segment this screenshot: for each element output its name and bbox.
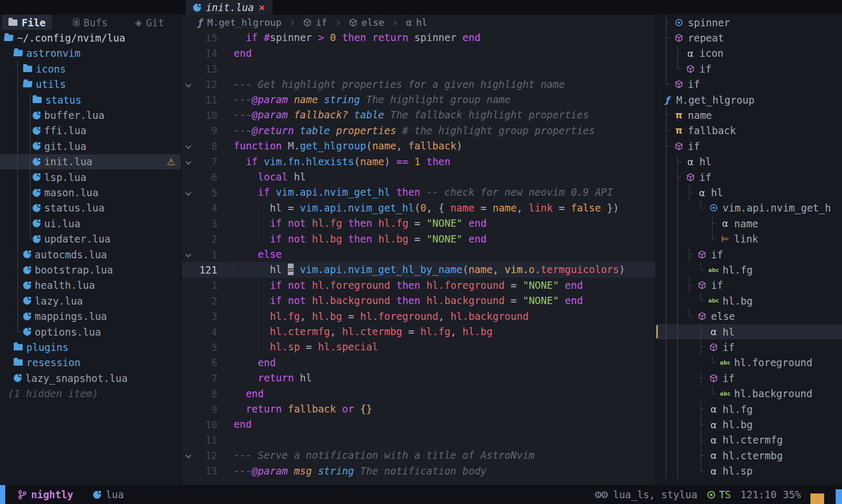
tree-item-mason-lua[interactable]: mason.lua — [0, 185, 182, 200]
outline-item-hl-sp[interactable]: αhl.sp — [656, 463, 842, 479]
tree-item-bootstrap-lua[interactable]: bootstrap.lua — [0, 262, 182, 277]
code-line[interactable]: 1 else — [182, 247, 656, 262]
tree-item-lazy-lua[interactable]: lazy.lua — [0, 293, 182, 308]
outline-item-hl-ctermbg[interactable]: αhl.ctermbg — [656, 448, 842, 463]
outline-item-name[interactable]: αname — [656, 216, 842, 231]
outline-tree-guide — [672, 216, 684, 231]
code-line[interactable]: 4 hl = vim.api.nvim_get_hl(0, { name = n… — [182, 200, 656, 216]
outline-item-hl-foreground[interactable]: abchl.foreground — [656, 355, 842, 370]
code-line[interactable]: 8function M.get_hlgroup(name, fallback) — [182, 138, 656, 154]
breadcrumb-item[interactable]: else — [349, 17, 384, 28]
code-line[interactable]: 6 local hl — [182, 169, 656, 185]
code-line[interactable]: 14end — [182, 46, 656, 61]
code-line[interactable]: 3 hl.fg, hl.bg = hl.foreground, hl.backg… — [182, 309, 656, 324]
outline-item-hl-fg[interactable]: abchl.fg — [656, 262, 842, 277]
tree-item-plugins[interactable]: plugins — [0, 339, 182, 355]
close-buffer-icon[interactable]: × — [259, 1, 265, 14]
tree-item-updater-lua[interactable]: updater.lua — [0, 231, 182, 247]
fold-column[interactable] — [182, 157, 195, 167]
outline-item-hl[interactable]: αhl — [656, 154, 842, 169]
tree-item-init-lua[interactable]: init.lua⚠ — [0, 154, 182, 169]
tree-item-utils[interactable]: utils — [0, 77, 182, 92]
tree-item-status[interactable]: status — [0, 92, 182, 107]
outline-item-fallback[interactable]: πfallback — [656, 123, 842, 138]
code-line[interactable]: 3 if not hl.fg then hl.fg = "NONE" end — [182, 216, 656, 231]
code-line[interactable]: 6 end — [182, 355, 656, 370]
tree-item--config-nvim-lua[interactable]: ~/.config/nvim/lua — [0, 30, 182, 45]
code-editor[interactable]: ƒM.get_hlgroup›if›else›αhl 15 if #spinne… — [182, 15, 656, 485]
code-line[interactable]: 9 return fallback or {} — [182, 401, 656, 417]
outline-item-if[interactable]: if — [656, 339, 842, 355]
outline-item-hl-background[interactable]: abchl.background — [656, 386, 842, 401]
tree-item-buffer-lua[interactable]: buffer.lua — [0, 107, 182, 123]
code-line[interactable]: 4 hl.ctermfg, hl.ctermbg = hl.fg, hl.bg — [182, 324, 656, 339]
tree-item-status-lua[interactable]: status.lua — [0, 200, 182, 216]
tree-item-health-lua[interactable]: health.lua — [0, 278, 182, 293]
code-line[interactable]: 10end — [182, 417, 656, 432]
code-line[interactable]: 2 if not hl.background then hl.backgroun… — [182, 293, 656, 308]
code-line[interactable]: 10---@param fallback? table The fallback… — [182, 107, 656, 123]
code-line[interactable]: 15 if #spinner > 0 then return spinner e… — [182, 30, 656, 45]
code-line[interactable]: 2 if not hl.bg then hl.bg = "NONE" end — [182, 231, 656, 247]
outline-item-vim-api-nvim-get-h[interactable]: vim.api.nvim_get_h — [656, 200, 842, 216]
breadcrumb-item[interactable]: ƒM.get_hlgroup — [197, 17, 282, 28]
outline-item-if[interactable]: if — [656, 77, 842, 92]
code-line[interactable]: 1 if not hl.foreground then hl.foregroun… — [182, 278, 656, 293]
outline-item-hl-ctermfg[interactable]: αhl.ctermfg — [656, 432, 842, 448]
outline-item-else[interactable]: else — [656, 309, 842, 324]
tree-item-ffi-lua[interactable]: ffi.lua — [0, 123, 182, 138]
outline-item-if[interactable]: if — [656, 370, 842, 386]
tree-item-icons[interactable]: icons — [0, 61, 182, 76]
tree-item-lazy-snapshot-lua[interactable]: lazy_snapshot.lua — [0, 370, 182, 386]
breadcrumb-item[interactable]: if — [303, 17, 327, 28]
tree-item-ui-lua[interactable]: ui.lua — [0, 216, 182, 231]
code-line[interactable]: 5 hl.sp = hl.special — [182, 339, 656, 355]
outline-item-link[interactable]: ⊨link — [656, 231, 842, 247]
code-line[interactable]: 13---@param msg string The notification … — [182, 463, 656, 479]
code-line[interactable]: 12--- Serve a notification with a title … — [182, 448, 656, 463]
outline-item-hl-fg[interactable]: αhl.fg — [656, 401, 842, 417]
code-line[interactable]: 13 — [182, 61, 656, 76]
outline-item-hl[interactable]: αhl — [656, 185, 842, 200]
outline-item-hl-bg[interactable]: abchl.bg — [656, 293, 842, 308]
code-line[interactable]: 8 end — [182, 386, 656, 401]
outline-item-repeat[interactable]: repeat — [656, 30, 842, 45]
breadcrumb-item[interactable]: αhl — [406, 17, 428, 28]
code-line[interactable]: 12--- Get highlight properties for a giv… — [182, 77, 656, 92]
fold-column[interactable] — [182, 450, 195, 460]
code-line[interactable]: 11---@param name string The highlight gr… — [182, 92, 656, 107]
outline-item-if[interactable]: if — [656, 169, 842, 185]
tree-item-git-lua[interactable]: git.lua — [0, 138, 182, 154]
code-line[interactable]: 7 return hl — [182, 370, 656, 386]
explorer-tab-file[interactable]: File — [2, 15, 52, 30]
tree-item-astronvim[interactable]: astronvim — [0, 46, 182, 61]
fold-column[interactable] — [182, 188, 195, 198]
explorer-tab-git[interactable]: ◈Git — [129, 15, 171, 30]
outline-item-if[interactable]: if — [656, 61, 842, 76]
tree-item-mappings-lua[interactable]: mappings.lua — [0, 309, 182, 324]
fold-column[interactable] — [182, 249, 195, 259]
fold-column[interactable] — [182, 79, 195, 89]
outline-item-if[interactable]: if — [656, 138, 842, 154]
outline-item-hl[interactable]: αhl — [656, 324, 842, 339]
explorer-tab-bufs[interactable]: Bufs — [67, 15, 114, 30]
outline-item-if[interactable]: if — [656, 278, 842, 293]
outline-item-M-get-hlgroup[interactable]: ƒM.get_hlgroup — [656, 92, 842, 107]
git-branch-widget[interactable]: nightly — [18, 489, 73, 500]
outline-item-spinner[interactable]: spinner — [656, 15, 842, 30]
code-line[interactable]: 7 if vim.fn.hlexists(name) == 1 then — [182, 154, 656, 169]
outline-item-hl-bg[interactable]: αhl.bg — [656, 417, 842, 432]
tree-item-resession[interactable]: resession — [0, 355, 182, 370]
code-line[interactable]: 5 if vim.api.nvim_get_hl then -- check f… — [182, 185, 656, 200]
tree-item-autocmds-lua[interactable]: autocmds.lua — [0, 247, 182, 262]
code-line[interactable]: 121 hl = vim.api.nvim_get_hl_by_name(nam… — [182, 262, 656, 277]
code-line[interactable]: 9---@return table properties # the highl… — [182, 123, 656, 138]
outline-item-if[interactable]: if — [656, 247, 842, 262]
outline-item-icon[interactable]: αicon — [656, 46, 842, 61]
buffer-tab-init-lua[interactable]: init.lua × — [186, 0, 273, 15]
outline-item-name[interactable]: πname — [656, 107, 842, 123]
code-line[interactable]: 11 — [182, 432, 656, 448]
tree-item-options-lua[interactable]: options.lua — [0, 324, 182, 339]
tree-item-lsp-lua[interactable]: lsp.lua — [0, 169, 182, 185]
fold-column[interactable] — [182, 141, 195, 151]
